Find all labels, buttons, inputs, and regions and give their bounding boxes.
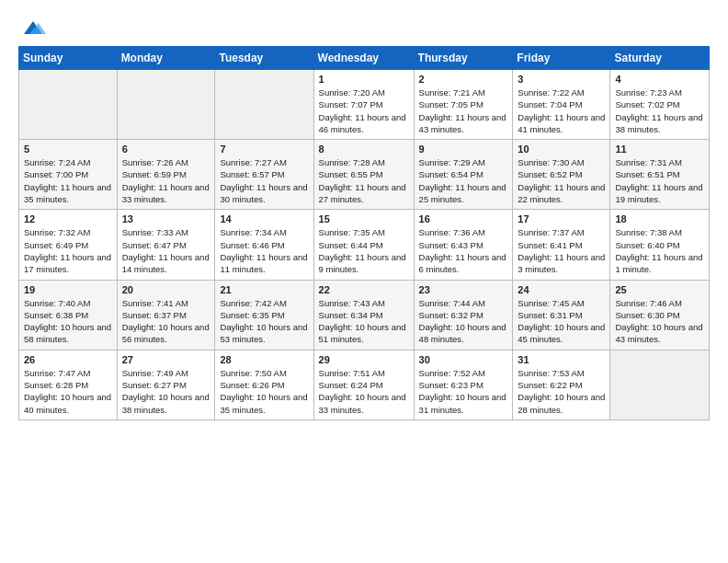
calendar-cell: 10Sunrise: 7:30 AMSunset: 6:52 PMDayligh… xyxy=(513,140,610,210)
sunset-text: Sunset: 6:46 PM xyxy=(220,239,308,251)
sunrise-text: Sunrise: 7:43 AM xyxy=(319,297,409,309)
daylight-text: Daylight: 11 hours and 1 minute. xyxy=(615,251,704,276)
sunrise-text: Sunrise: 7:50 AM xyxy=(220,367,308,379)
day-number: 18 xyxy=(615,213,704,224)
day-info: Sunrise: 7:23 AMSunset: 7:02 PMDaylight:… xyxy=(615,86,704,135)
daylight-text: Daylight: 10 hours and 45 minutes. xyxy=(518,321,605,346)
daylight-text: Daylight: 11 hours and 30 minutes. xyxy=(220,181,308,206)
daylight-text: Daylight: 11 hours and 17 minutes. xyxy=(24,251,112,276)
sunset-text: Sunset: 6:24 PM xyxy=(319,379,409,391)
day-info: Sunrise: 7:52 AMSunset: 6:23 PMDaylight:… xyxy=(419,367,508,416)
day-info: Sunrise: 7:36 AMSunset: 6:43 PMDaylight:… xyxy=(419,226,508,275)
sunrise-text: Sunrise: 7:28 AM xyxy=(319,156,409,168)
sunrise-text: Sunrise: 7:33 AM xyxy=(122,226,210,238)
daylight-text: Daylight: 11 hours and 46 minutes. xyxy=(319,111,409,136)
sunset-text: Sunset: 6:55 PM xyxy=(319,168,409,180)
sunset-text: Sunset: 6:37 PM xyxy=(122,309,210,321)
daylight-text: Daylight: 11 hours and 41 minutes. xyxy=(518,111,605,136)
day-number: 27 xyxy=(122,354,210,365)
day-info: Sunrise: 7:29 AMSunset: 6:54 PMDaylight:… xyxy=(419,156,508,205)
sunset-text: Sunset: 6:44 PM xyxy=(319,239,409,251)
sunset-text: Sunset: 6:43 PM xyxy=(419,239,508,251)
daylight-text: Daylight: 11 hours and 43 minutes. xyxy=(419,111,508,136)
daylight-text: Daylight: 10 hours and 33 minutes. xyxy=(319,391,409,416)
calendar-cell: 18Sunrise: 7:38 AMSunset: 6:40 PMDayligh… xyxy=(610,210,710,280)
day-info: Sunrise: 7:34 AMSunset: 6:46 PMDaylight:… xyxy=(220,226,308,275)
sunrise-text: Sunrise: 7:45 AM xyxy=(518,297,605,309)
calendar-cell: 29Sunrise: 7:51 AMSunset: 6:24 PMDayligh… xyxy=(313,350,414,419)
daylight-text: Daylight: 11 hours and 3 minutes. xyxy=(518,251,605,276)
calendar-cell: 27Sunrise: 7:49 AMSunset: 6:27 PMDayligh… xyxy=(117,350,215,419)
day-info: Sunrise: 7:33 AMSunset: 6:47 PMDaylight:… xyxy=(122,226,210,275)
day-info: Sunrise: 7:41 AMSunset: 6:37 PMDaylight:… xyxy=(122,297,210,346)
header xyxy=(18,15,710,37)
logo xyxy=(18,15,46,37)
daylight-text: Daylight: 10 hours and 51 minutes. xyxy=(319,321,409,346)
daylight-text: Daylight: 11 hours and 6 minutes. xyxy=(419,251,508,276)
sunrise-text: Sunrise: 7:40 AM xyxy=(24,297,112,309)
weekday-thursday: Thursday xyxy=(414,47,513,70)
calendar-cell: 13Sunrise: 7:33 AMSunset: 6:47 PMDayligh… xyxy=(117,210,215,280)
weekday-saturday: Saturday xyxy=(610,47,710,70)
sunset-text: Sunset: 6:40 PM xyxy=(615,239,704,251)
sunrise-text: Sunrise: 7:20 AM xyxy=(319,86,409,98)
day-number: 24 xyxy=(518,284,605,295)
day-info: Sunrise: 7:43 AMSunset: 6:34 PMDaylight:… xyxy=(319,297,409,346)
day-info: Sunrise: 7:31 AMSunset: 6:51 PMDaylight:… xyxy=(615,156,704,205)
page: SundayMondayTuesdayWednesdayThursdayFrid… xyxy=(0,0,728,435)
week-row-3: 19Sunrise: 7:40 AMSunset: 6:38 PMDayligh… xyxy=(19,280,710,350)
sunset-text: Sunset: 6:30 PM xyxy=(615,309,704,321)
calendar-cell: 25Sunrise: 7:46 AMSunset: 6:30 PMDayligh… xyxy=(610,280,710,350)
sunrise-text: Sunrise: 7:47 AM xyxy=(24,367,112,379)
sunrise-text: Sunrise: 7:38 AM xyxy=(615,226,704,238)
sunset-text: Sunset: 7:05 PM xyxy=(419,98,508,110)
day-info: Sunrise: 7:49 AMSunset: 6:27 PMDaylight:… xyxy=(122,367,210,416)
sunset-text: Sunset: 7:00 PM xyxy=(24,168,112,180)
day-number: 15 xyxy=(319,213,409,224)
day-number: 23 xyxy=(419,284,508,295)
sunset-text: Sunset: 6:23 PM xyxy=(419,379,508,391)
sunset-text: Sunset: 6:31 PM xyxy=(518,309,605,321)
calendar-cell: 16Sunrise: 7:36 AMSunset: 6:43 PMDayligh… xyxy=(414,210,513,280)
sunset-text: Sunset: 6:41 PM xyxy=(518,239,605,251)
sunrise-text: Sunrise: 7:52 AM xyxy=(419,367,508,379)
sunrise-text: Sunrise: 7:26 AM xyxy=(122,156,210,168)
calendar-cell: 17Sunrise: 7:37 AMSunset: 6:41 PMDayligh… xyxy=(513,210,610,280)
sunset-text: Sunset: 6:54 PM xyxy=(419,168,508,180)
day-number: 7 xyxy=(220,144,308,155)
sunrise-text: Sunrise: 7:21 AM xyxy=(419,86,508,98)
logo-icon xyxy=(20,15,46,40)
sunrise-text: Sunrise: 7:53 AM xyxy=(518,367,605,379)
daylight-text: Daylight: 10 hours and 53 minutes. xyxy=(220,321,308,346)
week-row-2: 12Sunrise: 7:32 AMSunset: 6:49 PMDayligh… xyxy=(19,210,710,280)
daylight-text: Daylight: 11 hours and 9 minutes. xyxy=(319,251,409,276)
daylight-text: Daylight: 10 hours and 58 minutes. xyxy=(24,321,112,346)
sunset-text: Sunset: 7:02 PM xyxy=(615,98,704,110)
daylight-text: Daylight: 11 hours and 19 minutes. xyxy=(615,181,704,206)
day-number: 29 xyxy=(319,354,409,365)
daylight-text: Daylight: 10 hours and 43 minutes. xyxy=(615,321,704,346)
sunset-text: Sunset: 6:49 PM xyxy=(24,239,112,251)
sunset-text: Sunset: 6:32 PM xyxy=(419,309,508,321)
day-info: Sunrise: 7:45 AMSunset: 6:31 PMDaylight:… xyxy=(518,297,605,346)
day-number: 8 xyxy=(319,144,409,155)
sunset-text: Sunset: 6:27 PM xyxy=(122,379,210,391)
sunrise-text: Sunrise: 7:36 AM xyxy=(419,226,508,238)
calendar-cell: 19Sunrise: 7:40 AMSunset: 6:38 PMDayligh… xyxy=(19,280,118,350)
calendar-cell: 8Sunrise: 7:28 AMSunset: 6:55 PMDaylight… xyxy=(313,140,414,210)
day-info: Sunrise: 7:40 AMSunset: 6:38 PMDaylight:… xyxy=(24,297,112,346)
calendar-cell: 5Sunrise: 7:24 AMSunset: 7:00 PMDaylight… xyxy=(19,140,118,210)
sunset-text: Sunset: 6:51 PM xyxy=(615,168,704,180)
calendar-cell xyxy=(19,70,118,140)
calendar-cell: 26Sunrise: 7:47 AMSunset: 6:28 PMDayligh… xyxy=(19,350,118,419)
sunrise-text: Sunrise: 7:49 AM xyxy=(122,367,210,379)
calendar-cell xyxy=(610,350,710,419)
calendar-cell: 2Sunrise: 7:21 AMSunset: 7:05 PMDaylight… xyxy=(414,70,513,140)
weekday-wednesday: Wednesday xyxy=(313,47,414,70)
daylight-text: Daylight: 11 hours and 25 minutes. xyxy=(419,181,508,206)
sunrise-text: Sunrise: 7:31 AM xyxy=(615,156,704,168)
sunset-text: Sunset: 6:22 PM xyxy=(518,379,605,391)
sunrise-text: Sunrise: 7:42 AM xyxy=(220,297,308,309)
sunset-text: Sunset: 7:04 PM xyxy=(518,98,605,110)
sunset-text: Sunset: 6:35 PM xyxy=(220,309,308,321)
